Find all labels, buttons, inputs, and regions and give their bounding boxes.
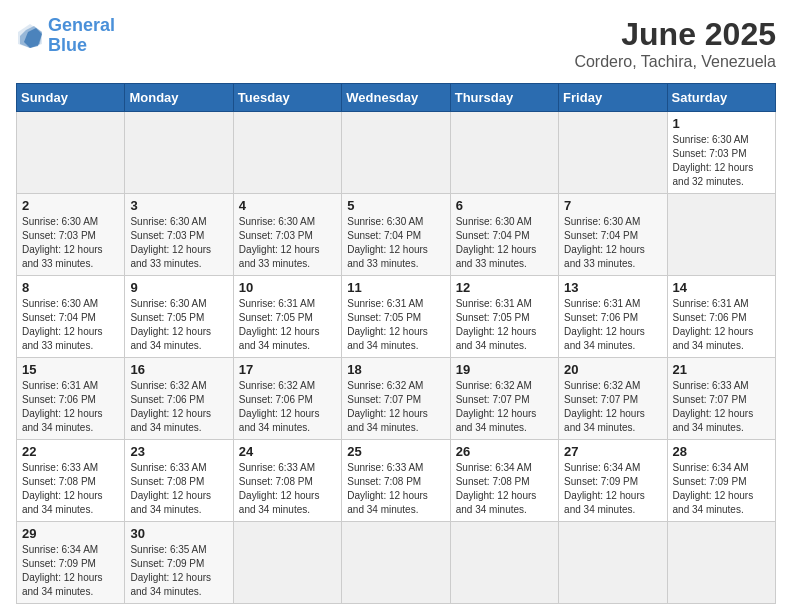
day-number: 30 — [130, 526, 227, 541]
day-number: 11 — [347, 280, 444, 295]
calendar-cell — [559, 112, 667, 194]
sunset-text: Sunset: 7:05 PM — [130, 311, 227, 325]
calendar-cell: 17 Sunrise: 6:32 AM Sunset: 7:06 PM Dayl… — [233, 358, 341, 440]
day-info: Sunrise: 6:33 AM Sunset: 7:08 PM Dayligh… — [347, 461, 444, 517]
day-info: Sunrise: 6:31 AM Sunset: 7:06 PM Dayligh… — [673, 297, 770, 353]
daylight-text: Daylight: 12 hours and 34 minutes. — [239, 325, 336, 353]
sunrise-text: Sunrise: 6:34 AM — [564, 461, 661, 475]
sunrise-text: Sunrise: 6:30 AM — [22, 297, 119, 311]
sunset-text: Sunset: 7:09 PM — [673, 475, 770, 489]
calendar-cell — [667, 194, 775, 276]
sunset-text: Sunset: 7:03 PM — [239, 229, 336, 243]
page-header: General Blue June 2025 Cordero, Tachira,… — [16, 16, 776, 71]
daylight-text: Daylight: 12 hours and 33 minutes. — [456, 243, 553, 271]
day-info: Sunrise: 6:33 AM Sunset: 7:08 PM Dayligh… — [239, 461, 336, 517]
day-info: Sunrise: 6:32 AM Sunset: 7:06 PM Dayligh… — [130, 379, 227, 435]
daylight-text: Daylight: 12 hours and 34 minutes. — [673, 407, 770, 435]
weekday-header-wednesday: Wednesday — [342, 84, 450, 112]
day-info: Sunrise: 6:31 AM Sunset: 7:06 PM Dayligh… — [22, 379, 119, 435]
daylight-text: Daylight: 12 hours and 34 minutes. — [239, 407, 336, 435]
calendar-cell: 4 Sunrise: 6:30 AM Sunset: 7:03 PM Dayli… — [233, 194, 341, 276]
daylight-text: Daylight: 12 hours and 33 minutes. — [564, 243, 661, 271]
sunset-text: Sunset: 7:09 PM — [564, 475, 661, 489]
day-number: 12 — [456, 280, 553, 295]
day-info: Sunrise: 6:34 AM Sunset: 7:08 PM Dayligh… — [456, 461, 553, 517]
calendar-cell: 16 Sunrise: 6:32 AM Sunset: 7:06 PM Dayl… — [125, 358, 233, 440]
sunset-text: Sunset: 7:04 PM — [456, 229, 553, 243]
daylight-text: Daylight: 12 hours and 33 minutes. — [130, 243, 227, 271]
daylight-text: Daylight: 12 hours and 34 minutes. — [347, 407, 444, 435]
day-number: 23 — [130, 444, 227, 459]
daylight-text: Daylight: 12 hours and 34 minutes. — [130, 325, 227, 353]
day-number: 17 — [239, 362, 336, 377]
day-info: Sunrise: 6:30 AM Sunset: 7:04 PM Dayligh… — [456, 215, 553, 271]
sunset-text: Sunset: 7:08 PM — [347, 475, 444, 489]
sunset-text: Sunset: 7:03 PM — [22, 229, 119, 243]
sunset-text: Sunset: 7:06 PM — [673, 311, 770, 325]
day-number: 8 — [22, 280, 119, 295]
daylight-text: Daylight: 12 hours and 34 minutes. — [130, 571, 227, 599]
day-info: Sunrise: 6:30 AM Sunset: 7:05 PM Dayligh… — [130, 297, 227, 353]
calendar-cell — [450, 112, 558, 194]
calendar-cell: 13 Sunrise: 6:31 AM Sunset: 7:06 PM Dayl… — [559, 276, 667, 358]
calendar-cell — [667, 522, 775, 604]
day-info: Sunrise: 6:34 AM Sunset: 7:09 PM Dayligh… — [564, 461, 661, 517]
sunset-text: Sunset: 7:05 PM — [347, 311, 444, 325]
day-number: 28 — [673, 444, 770, 459]
day-number: 25 — [347, 444, 444, 459]
day-info: Sunrise: 6:31 AM Sunset: 7:05 PM Dayligh… — [456, 297, 553, 353]
logo-icon — [16, 22, 44, 50]
daylight-text: Daylight: 12 hours and 34 minutes. — [456, 407, 553, 435]
calendar-cell — [233, 112, 341, 194]
daylight-text: Daylight: 12 hours and 33 minutes. — [22, 325, 119, 353]
calendar-cell: 14 Sunrise: 6:31 AM Sunset: 7:06 PM Dayl… — [667, 276, 775, 358]
weekday-header-monday: Monday — [125, 84, 233, 112]
day-info: Sunrise: 6:30 AM Sunset: 7:03 PM Dayligh… — [239, 215, 336, 271]
daylight-text: Daylight: 12 hours and 34 minutes. — [456, 325, 553, 353]
daylight-text: Daylight: 12 hours and 34 minutes. — [347, 325, 444, 353]
calendar-cell: 28 Sunrise: 6:34 AM Sunset: 7:09 PM Dayl… — [667, 440, 775, 522]
logo-text: General Blue — [48, 16, 115, 56]
calendar-cell: 19 Sunrise: 6:32 AM Sunset: 7:07 PM Dayl… — [450, 358, 558, 440]
day-number: 10 — [239, 280, 336, 295]
calendar-week-2: 2 Sunrise: 6:30 AM Sunset: 7:03 PM Dayli… — [17, 194, 776, 276]
sunset-text: Sunset: 7:09 PM — [22, 557, 119, 571]
daylight-text: Daylight: 12 hours and 32 minutes. — [673, 161, 770, 189]
daylight-text: Daylight: 12 hours and 33 minutes. — [22, 243, 119, 271]
day-number: 7 — [564, 198, 661, 213]
sunset-text: Sunset: 7:07 PM — [456, 393, 553, 407]
sunrise-text: Sunrise: 6:31 AM — [673, 297, 770, 311]
calendar-cell: 6 Sunrise: 6:30 AM Sunset: 7:04 PM Dayli… — [450, 194, 558, 276]
sunrise-text: Sunrise: 6:33 AM — [347, 461, 444, 475]
day-number: 14 — [673, 280, 770, 295]
calendar-week-1: 1 Sunrise: 6:30 AM Sunset: 7:03 PM Dayli… — [17, 112, 776, 194]
calendar-cell: 30 Sunrise: 6:35 AM Sunset: 7:09 PM Dayl… — [125, 522, 233, 604]
sunset-text: Sunset: 7:05 PM — [456, 311, 553, 325]
logo: General Blue — [16, 16, 115, 56]
daylight-text: Daylight: 12 hours and 33 minutes. — [347, 243, 444, 271]
sunrise-text: Sunrise: 6:33 AM — [22, 461, 119, 475]
sunrise-text: Sunrise: 6:30 AM — [239, 215, 336, 229]
daylight-text: Daylight: 12 hours and 34 minutes. — [22, 407, 119, 435]
sunset-text: Sunset: 7:04 PM — [22, 311, 119, 325]
daylight-text: Daylight: 12 hours and 34 minutes. — [239, 489, 336, 517]
sunset-text: Sunset: 7:09 PM — [130, 557, 227, 571]
day-number: 9 — [130, 280, 227, 295]
calendar-cell — [450, 522, 558, 604]
calendar-cell: 25 Sunrise: 6:33 AM Sunset: 7:08 PM Dayl… — [342, 440, 450, 522]
sunrise-text: Sunrise: 6:32 AM — [564, 379, 661, 393]
daylight-text: Daylight: 12 hours and 34 minutes. — [564, 489, 661, 517]
day-info: Sunrise: 6:30 AM Sunset: 7:04 PM Dayligh… — [564, 215, 661, 271]
day-info: Sunrise: 6:30 AM Sunset: 7:03 PM Dayligh… — [22, 215, 119, 271]
calendar-cell: 24 Sunrise: 6:33 AM Sunset: 7:08 PM Dayl… — [233, 440, 341, 522]
calendar-week-6: 29 Sunrise: 6:34 AM Sunset: 7:09 PM Dayl… — [17, 522, 776, 604]
day-number: 3 — [130, 198, 227, 213]
calendar-cell: 3 Sunrise: 6:30 AM Sunset: 7:03 PM Dayli… — [125, 194, 233, 276]
calendar-week-5: 22 Sunrise: 6:33 AM Sunset: 7:08 PM Dayl… — [17, 440, 776, 522]
day-number: 16 — [130, 362, 227, 377]
sunset-text: Sunset: 7:06 PM — [239, 393, 336, 407]
day-number: 6 — [456, 198, 553, 213]
sunrise-text: Sunrise: 6:30 AM — [564, 215, 661, 229]
sunset-text: Sunset: 7:06 PM — [130, 393, 227, 407]
sunrise-text: Sunrise: 6:31 AM — [22, 379, 119, 393]
